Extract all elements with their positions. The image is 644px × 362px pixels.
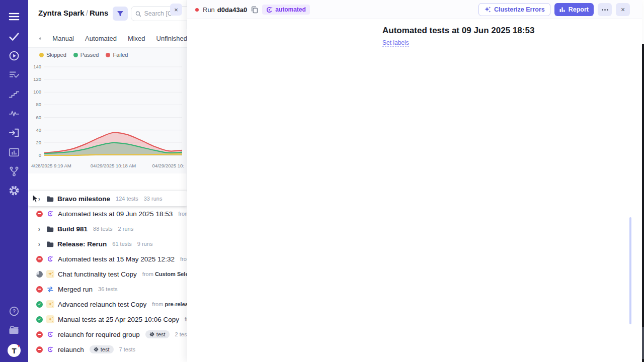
failed-status-icon — [36, 211, 43, 217]
svg-text:0: 0 — [39, 152, 41, 158]
runs-tab-manual[interactable]: Manual — [52, 35, 74, 42]
runs-run-row[interactable]: Automated tests at 09 Jun 2025 18:53from… — [28, 206, 187, 221]
copy-icon[interactable] — [251, 6, 258, 14]
run-title: Automated tests at 09 Jun 2025 18:53 — [382, 26, 534, 36]
run-label: Run — [203, 6, 215, 14]
svg-text:4/28/2025 9:19 AM: 4/28/2025 9:19 AM — [31, 163, 71, 168]
steps-icon[interactable] — [0, 85, 28, 103]
report-button[interactable]: Report — [554, 3, 594, 16]
more-options-button[interactable] — [598, 3, 612, 16]
run-meta: 88 tests — [93, 226, 113, 232]
runs-group-row[interactable]: ›Bravo milestone124 tests33 runs — [28, 191, 187, 206]
project-name: Zyntra Spark — [38, 9, 85, 17]
sign-in-icon[interactable] — [0, 124, 28, 141]
run-name: Automated tests at 09 Jun 2025 18:53 — [58, 210, 173, 218]
folder-icon — [46, 195, 54, 203]
svg-text:140: 140 — [33, 64, 41, 69]
runs-run-row[interactable]: Merged run36 tests — [28, 282, 187, 297]
run-meta: 7 tests — [119, 346, 135, 352]
run-meta: 9 runs — [137, 241, 153, 247]
runs-run-row[interactable]: relaunchtest7 tests — [28, 342, 187, 357]
folder-icon — [46, 240, 54, 248]
breadcrumb: Zyntra Spark/Runs — [38, 9, 108, 17]
select-all-icon[interactable] — [39, 34, 41, 43]
drawer-close-button[interactable]: × — [616, 3, 630, 16]
search-icon — [135, 11, 141, 17]
progress-status-icon — [36, 271, 43, 278]
runs-list: ›Bravo milestone124 tests33 runsAutomate… — [28, 191, 187, 362]
clusterize-errors-button[interactable]: Clusterize Errors — [478, 3, 550, 16]
help-icon[interactable]: ? — [0, 303, 28, 320]
analytics-icon[interactable] — [0, 144, 28, 161]
svg-text:04/29/2025 10:: 04/29/2025 10: — [152, 163, 184, 168]
runs-panel: Zyntra Spark/Runs ManualAutomatedMixedUn… — [28, 0, 187, 362]
run-name: Manual tests at 25 Apr 2025 10:06 Copy — [58, 316, 179, 323]
legend-dot — [39, 53, 44, 57]
report-chart-icon — [559, 7, 566, 13]
failed-status-icon — [36, 331, 43, 338]
chevron-right-icon[interactable]: › — [36, 240, 42, 248]
svg-text:40: 40 — [36, 127, 41, 133]
environment-badge: test — [90, 345, 114, 353]
runs-type-tabs: ManualAutomatedMixedUnfinished — [28, 29, 187, 48]
runs-run-row[interactable]: ✓Advanced relaunch test Copyfrom pre-rel… — [28, 297, 187, 312]
svg-text:?: ? — [13, 309, 16, 314]
test-list-scrollbar[interactable] — [629, 217, 631, 324]
run-meta: 124 tests — [116, 196, 138, 202]
runs-run-row[interactable]: Automated tests at 15 May 2025 12:32from… — [28, 251, 187, 266]
chevron-right-icon[interactable]: › — [36, 225, 42, 233]
manual-icon — [46, 315, 54, 323]
run-meta: 2 tests — [175, 331, 187, 337]
runs-tab-unfinished[interactable]: Unfinished — [156, 35, 187, 42]
run-id: d0da43a0 — [217, 6, 247, 14]
svg-text:60: 60 — [36, 115, 41, 120]
run-meta: 61 tests — [112, 241, 132, 247]
runs-tab-automated[interactable]: Automated — [85, 35, 117, 42]
passed-status-icon: ✓ — [36, 316, 43, 323]
app-logo[interactable]: T — [0, 342, 28, 359]
run-list-icon[interactable] — [0, 66, 28, 83]
ellipsis-icon — [602, 9, 608, 11]
legend-item-skipped[interactable]: Skipped — [39, 52, 66, 58]
legend-item-failed[interactable]: Failed — [106, 52, 128, 58]
failed-status-icon — [36, 286, 43, 293]
legend-dot — [106, 53, 110, 57]
automated-icon — [46, 255, 54, 263]
legend-label: Skipped — [46, 52, 66, 58]
manual-icon — [46, 270, 54, 278]
runs-run-row[interactable]: ✓Manual tests at 25 Apr 2025 10:06 Copyf… — [28, 312, 187, 327]
svg-text:120: 120 — [33, 76, 41, 82]
funnel-icon — [117, 11, 124, 17]
runs-group-row[interactable]: ›Release: Rerun61 tests9 runs — [28, 236, 187, 251]
runs-history-chart: SkippedPassedFailed 0204060801001201404/… — [28, 48, 187, 173]
svg-text:20: 20 — [36, 140, 41, 145]
runs-tab-mixed[interactable]: Mixed — [128, 35, 145, 42]
menu-icon[interactable] — [0, 8, 28, 25]
runs-play-icon[interactable] — [0, 47, 28, 64]
run-meta: 36 tests — [98, 286, 118, 292]
runs-run-row[interactable]: relaunch for required grouptest2 tests — [28, 327, 187, 342]
page-scrollbar-thumb[interactable] — [642, 327, 644, 359]
automated-icon — [46, 330, 54, 338]
drawer-close-left-button[interactable]: × — [170, 4, 182, 16]
runs-group-row[interactable]: ›Build 98188 tests2 runs — [28, 221, 187, 236]
section-name: Runs — [90, 9, 109, 17]
automated-icon — [266, 7, 273, 13]
activity-icon[interactable] — [0, 105, 28, 122]
legend-dot — [73, 53, 78, 57]
folder-icon — [46, 225, 54, 233]
run-name: Advanced relaunch test Copy — [58, 301, 146, 308]
chart-legend: SkippedPassedFailed — [39, 52, 128, 58]
branches-icon[interactable] — [0, 163, 28, 180]
automated-icon — [46, 210, 54, 218]
svg-text:80: 80 — [36, 102, 41, 107]
set-labels-link[interactable]: Set labels — [382, 39, 409, 47]
projects-icon[interactable] — [0, 322, 28, 339]
run-from-plan: from pre-release test — [152, 301, 187, 307]
legend-item-passed[interactable]: Passed — [73, 52, 99, 58]
filter-funnel-button[interactable] — [113, 7, 128, 21]
settings-gear-icon[interactable] — [0, 182, 28, 199]
runs-run-row[interactable]: Chat functinality test Copyfrom Custom S… — [28, 266, 187, 282]
chevron-right-icon[interactable]: › — [36, 195, 42, 203]
tests-check-icon[interactable] — [0, 28, 28, 45]
